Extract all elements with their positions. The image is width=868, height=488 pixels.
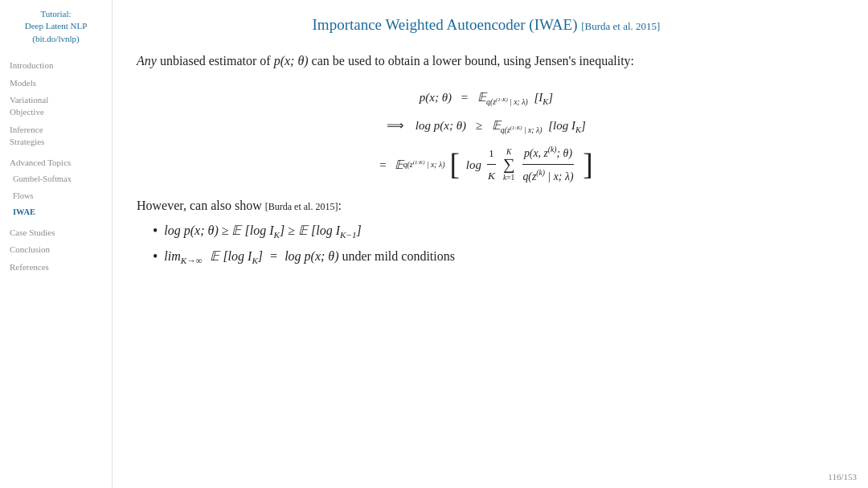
sidebar-item-conclusion[interactable]: Conclusion bbox=[6, 242, 105, 257]
sidebar-item-models[interactable]: Models bbox=[6, 76, 105, 91]
slide-title: Importance Weighted Autoencoder (IWAE) [… bbox=[137, 16, 836, 34]
bullet-text-1: log p(x; θ) ≥ 𝔼 [log IK] ≥ 𝔼 [log IK−1] bbox=[164, 223, 362, 240]
however-citation: [Burda et al. 2015] bbox=[265, 201, 338, 212]
bullet-dot-2: • bbox=[153, 248, 158, 266]
math-line-3: = 𝔼q(z(1:K) | x; λ) [ log 1 K K ∑ k=1 bbox=[137, 141, 836, 187]
however-paragraph: However, can also show [Burda et al. 201… bbox=[137, 199, 836, 213]
sidebar-item-gumbel-softmax[interactable]: Gumbel-Softmax bbox=[6, 172, 105, 187]
sidebar-item-variational-objective[interactable]: VariationalObjective bbox=[6, 92, 105, 121]
sidebar: Tutorial: Deep Latent NLP (bit.do/lvnlp)… bbox=[0, 0, 113, 488]
intro-math-px: p(x; θ) bbox=[274, 54, 309, 68]
sidebar-item-introduction[interactable]: Introduction bbox=[6, 58, 105, 73]
sidebar-item-advanced-topics[interactable]: Advanced Topics bbox=[6, 155, 105, 170]
math-line-1: p(x; θ) = 𝔼q(z(1:K) | x; λ) [IK] bbox=[137, 85, 836, 110]
math-equations: p(x; θ) = 𝔼q(z(1:K) | x; λ) [IK] ⟹ log p… bbox=[137, 85, 836, 187]
bullet-item-1: • log p(x; θ) ≥ 𝔼 [log IK] ≥ 𝔼 [log IK−1… bbox=[153, 223, 836, 240]
sidebar-item-case-studies[interactable]: Case Studies bbox=[6, 225, 105, 240]
intro-any: Any bbox=[137, 54, 157, 68]
slide-title-citation: [Burda et al. 2015] bbox=[581, 20, 660, 32]
sidebar-item-references[interactable]: References bbox=[6, 260, 105, 275]
page-number: 116/153 bbox=[828, 472, 857, 482]
slide-title-text: Importance Weighted Autoencoder (IWAE) bbox=[313, 16, 578, 33]
sidebar-item-flows[interactable]: Flows bbox=[6, 189, 105, 204]
math-line-2: ⟹ log p(x; θ) ≥ 𝔼q(z(1:K) | x; λ) [log I… bbox=[137, 113, 836, 138]
bullet-text-2: limK→∞ 𝔼 [log IK] = log p(x; θ) under mi… bbox=[164, 248, 455, 265]
main-content: Importance Weighted Autoencoder (IWAE) [… bbox=[113, 0, 868, 488]
sidebar-item-iwae[interactable]: IWAE bbox=[6, 205, 105, 220]
bullet-dot-1: • bbox=[153, 223, 158, 240]
sidebar-title: Tutorial: Deep Latent NLP (bit.do/lvnlp) bbox=[6, 8, 105, 45]
bullet-list: • log p(x; θ) ≥ 𝔼 [log IK] ≥ 𝔼 [log IK−1… bbox=[137, 223, 836, 265]
sidebar-item-inference-strategies[interactable]: InferenceStrategies bbox=[6, 122, 105, 150]
bullet-item-2: • limK→∞ 𝔼 [log IK] = log p(x; θ) under … bbox=[153, 248, 836, 266]
intro-paragraph: Any unbiased estimator of p(x; θ) can be… bbox=[137, 51, 836, 71]
